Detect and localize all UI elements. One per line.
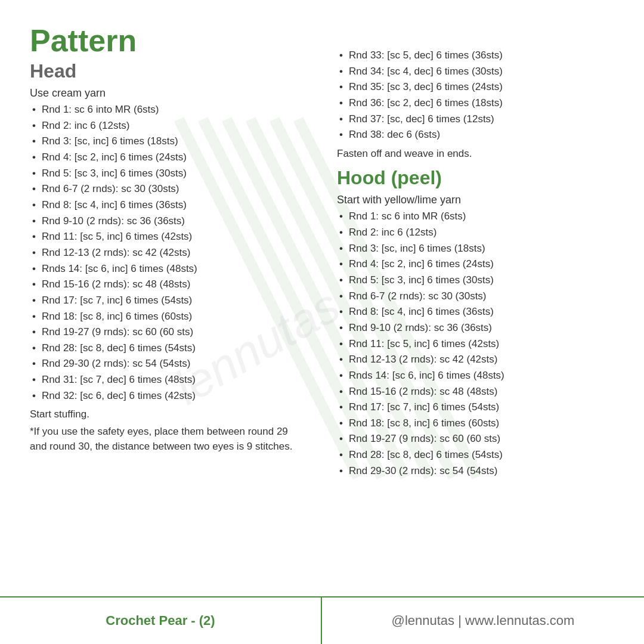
list-item: Rnd 9-10 (2 rnds): sc 36 (36sts)	[337, 320, 614, 336]
hood-section-title: Hood (peel)	[337, 167, 614, 189]
list-item: Rnd 8: [sc 4, inc] 6 times (36sts)	[30, 197, 307, 213]
list-item: Rnd 3: [sc, inc] 6 times (18sts)	[337, 241, 614, 257]
list-item: Rnd 17: [sc 7, inc] 6 times (54sts)	[337, 400, 614, 416]
head-section-title: Head	[30, 60, 307, 82]
footer-social: @lennutas | www.lennutas.com	[392, 613, 575, 628]
list-item: Rnd 1: sc 6 into MR (6sts)	[30, 102, 307, 118]
list-item: Rnd 11: [sc 5, inc] 6 times (42sts)	[30, 229, 307, 245]
list-item: Rnd 28: [sc 8, dec] 6 times (54sts)	[30, 340, 307, 357]
hood-list: Rnd 1: sc 6 into MR (6sts)Rnd 2: inc 6 (…	[337, 209, 614, 479]
list-item: Rnd 12-13 (2 rnds): sc 42 (42sts)	[337, 352, 614, 368]
list-item: Rnd 5: [sc 3, inc] 6 times (30sts)	[30, 166, 307, 182]
list-item: Rnd 31: [sc 7, dec] 6 times (48sts)	[30, 372, 307, 388]
list-item: Rnd 11: [sc 5, inc] 6 times (42sts)	[337, 336, 614, 352]
footer-left: Crochet Pear - (2)	[0, 597, 322, 644]
list-item: Rnd 5: [sc 3, inc] 6 times (30sts)	[337, 273, 614, 289]
safety-eyes-note: *If you use the safety eyes, place them …	[30, 425, 307, 454]
list-item: Rnd 2: inc 6 (12sts)	[337, 225, 614, 241]
list-item: Rnd 17: [sc 7, inc] 6 times (54sts)	[30, 293, 307, 309]
footer-brand: Crochet Pear - (2)	[106, 613, 215, 628]
footer: Crochet Pear - (2) @lennutas | www.lennu…	[0, 596, 644, 644]
list-item: Rnd 9-10 (2 rnds): sc 36 (36sts)	[30, 213, 307, 230]
list-item: Rnd 4: [sc 2, inc] 6 times (24sts)	[30, 150, 307, 166]
list-item: Rnd 37: [sc, dec] 6 times (12sts)	[337, 112, 614, 128]
list-item: Rnd 8: [sc 4, inc] 6 times (36sts)	[337, 304, 614, 320]
list-item: Rnd 3: [sc, inc] 6 times (18sts)	[30, 134, 307, 150]
head-list-right: Rnd 33: [sc 5, dec] 6 times (36sts)Rnd 3…	[337, 48, 614, 143]
page: lennutas Pattern Head Use cream yarn Rnd…	[0, 0, 644, 644]
list-item: Rnd 1: sc 6 into MR (6sts)	[337, 209, 614, 225]
list-item: Rnd 32: [sc 6, dec] 6 times (42sts)	[30, 388, 307, 404]
list-item: Rnds 14: [sc 6, inc] 6 times (48sts)	[30, 261, 307, 277]
list-item: Rnds 14: [sc 6, inc] 6 times (48sts)	[337, 368, 614, 384]
list-item: Rnd 35: [sc 3, dec] 6 times (24sts)	[337, 79, 614, 95]
list-item: Rnd 34: [sc 4, dec] 6 times (30sts)	[337, 64, 614, 80]
list-item: Rnd 15-16 (2 rnds): sc 48 (48sts)	[30, 277, 307, 293]
list-item: Rnd 19-27 (9 rnds): sc 60 (60 sts)	[30, 324, 307, 340]
list-item: Rnd 18: [sc 8, inc] 6 times (60sts)	[337, 416, 614, 432]
list-item: Rnd 19-27 (9 rnds): sc 60 (60 sts)	[337, 431, 614, 447]
list-item: Rnd 38: dec 6 (6sts)	[337, 127, 614, 143]
list-item: Rnd 15-16 (2 rnds): sc 48 (48sts)	[337, 384, 614, 400]
list-item: Rnd 29-30 (2 rnds): sc 54 (54sts)	[30, 356, 307, 372]
hood-intro: Start with yellow/lime yarn	[337, 194, 614, 206]
list-item: Rnd 18: [sc 8, inc] 6 times (60sts)	[30, 309, 307, 325]
list-item: Rnd 12-13 (2 rnds): sc 42 (42sts)	[30, 245, 307, 261]
list-item: Rnd 28: [sc 8, dec] 6 times (54sts)	[337, 447, 614, 463]
right-column: Rnd 33: [sc 5, dec] 6 times (36sts)Rnd 3…	[331, 24, 614, 584]
left-column: Pattern Head Use cream yarn Rnd 1: sc 6 …	[30, 24, 313, 584]
head-intro: Use cream yarn	[30, 87, 307, 100]
list-item: Rnd 6-7 (2 rnds): sc 30 (30sts)	[30, 181, 307, 197]
head-list: Rnd 1: sc 6 into MR (6sts)Rnd 2: inc 6 (…	[30, 102, 307, 404]
content: Pattern Head Use cream yarn Rnd 1: sc 6 …	[30, 24, 614, 584]
start-stuffing: Start stuffing.	[30, 407, 307, 422]
list-item: Rnd 2: inc 6 (12sts)	[30, 118, 307, 134]
fasten-off: Fasten off and weave in ends.	[337, 147, 614, 162]
list-item: Rnd 4: [sc 2, inc] 6 times (24sts)	[337, 256, 614, 273]
list-item: Rnd 33: [sc 5, dec] 6 times (36sts)	[337, 48, 614, 64]
list-item: Rnd 29-30 (2 rnds): sc 54 (54sts)	[337, 463, 614, 479]
list-item: Rnd 36: [sc 2, dec] 6 times (18sts)	[337, 95, 614, 112]
list-item: Rnd 6-7 (2 rnds): sc 30 (30sts)	[337, 289, 614, 305]
footer-right: @lennutas | www.lennutas.com	[322, 613, 644, 628]
main-title: Pattern	[30, 24, 307, 58]
